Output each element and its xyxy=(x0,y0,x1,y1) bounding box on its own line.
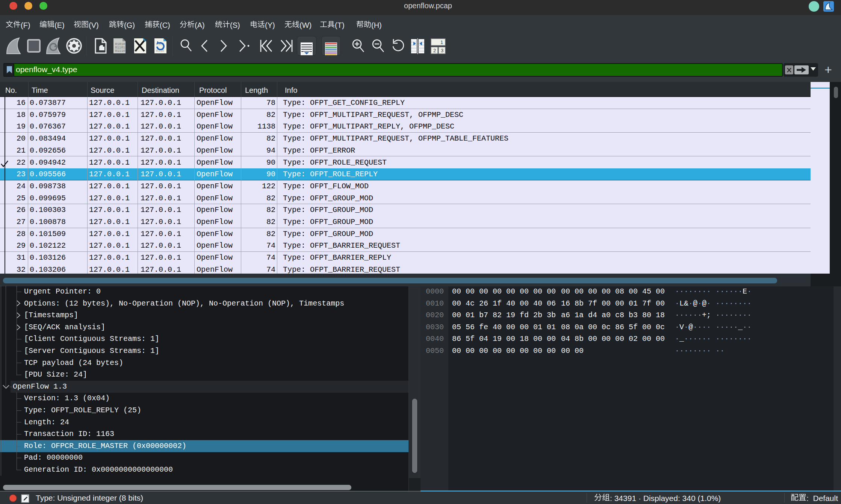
svg-text:01110: 01110 xyxy=(115,49,125,53)
